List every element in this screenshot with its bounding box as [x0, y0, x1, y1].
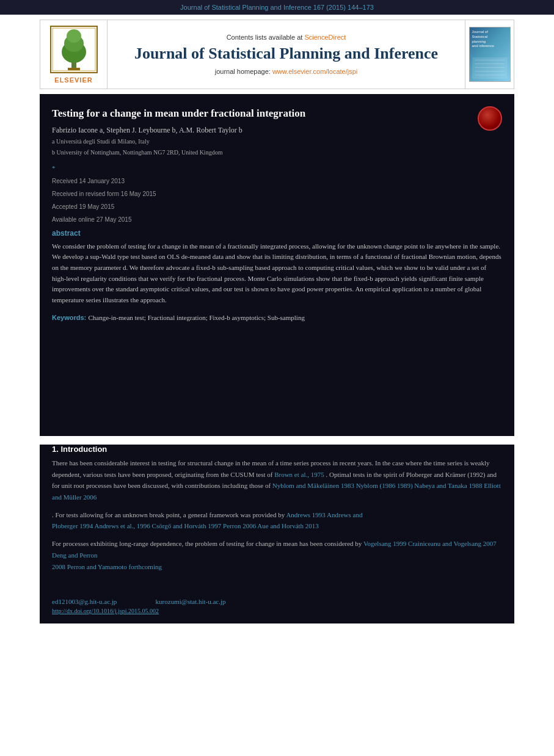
- ref-ploberger: Ploberger 1994: [52, 522, 93, 529]
- keywords-heading: Keywords:: [52, 314, 86, 321]
- ref-crainiceanu: Crainiceanu and Vogelsang 2007: [408, 540, 497, 547]
- ref-aue: Aue and Horváth 2013: [257, 522, 319, 529]
- ref-andrews: Andrews 1993: [286, 511, 325, 518]
- ref-vogelsang: Vogelsang 1999: [363, 540, 406, 547]
- footer-block: ed121003@g.hit-u.ac.jp kurozumi@stat.hit…: [40, 591, 514, 623]
- email-1[interactable]: ed121003@g.hit-u.ac.jp: [52, 598, 117, 605]
- homepage-line: journal homepage: www.elsevier.com/locat…: [215, 68, 358, 75]
- section1-heading: 1. Introduction: [52, 445, 502, 454]
- intro-paragraph-2: . For tests allowing for an unknown brea…: [52, 509, 502, 532]
- date-received: Received 14 January 2013: [52, 178, 502, 184]
- intro-paragraph-1: There has been considerable interest in …: [52, 457, 502, 503]
- citation-text: Journal of Statistical Planning and Infe…: [180, 4, 374, 11]
- svg-rect-7: [472, 57, 508, 79]
- science-direct-link[interactable]: ScienceDirect: [304, 34, 346, 41]
- elsevier-tree-icon: [49, 25, 98, 74]
- cover-image: Journal ofStatisticalplanningand inferen…: [469, 27, 511, 82]
- ref-nyblom2: Nyblom (1986 1989): [356, 482, 413, 489]
- star-mark: *: [52, 164, 56, 172]
- open-access-badge: [478, 106, 502, 131]
- affiliation-b: b University of Nottingham, Nottingham N…: [52, 148, 502, 157]
- affiliation-a: a Università degli Studi di Milano, Ital…: [52, 137, 502, 146]
- journal-cover-thumbnail: Journal ofStatisticalplanningand inferen…: [465, 20, 514, 89]
- contents-line: Contents lists available at ScienceDirec…: [227, 34, 346, 41]
- elsevier-logo-block: ELSEVIER: [40, 20, 108, 89]
- article-main-title: Testing for a change in mean under fract…: [52, 106, 434, 121]
- ref-deng: Deng and Perron: [52, 551, 98, 559]
- journal-center-block: Contents lists available at ScienceDirec…: [108, 20, 465, 89]
- journal-header: ELSEVIER Contents lists available at Sci…: [40, 20, 514, 89]
- svg-rect-4: [68, 68, 80, 70]
- doi-link[interactable]: http://dx.doi.org/10.1016/j.jspi.2015.05…: [52, 608, 502, 614]
- date-accepted: Accepted 19 May 2015: [52, 203, 502, 210]
- elsevier-label: ELSEVIER: [54, 76, 92, 84]
- date-available: Available online 27 May 2015: [52, 216, 502, 223]
- date-revised: Received in revised form 16 May 2015: [52, 191, 502, 197]
- intro-paragraph-3: For processes exhibiting long-range depe…: [52, 538, 502, 572]
- ref-andrewsetal: Andrews et al., 1996: [94, 522, 150, 529]
- ref-brown: Brown et al., 1975: [274, 471, 324, 478]
- keywords-text: Change-in-mean test; Fractional integrat…: [89, 314, 305, 321]
- top-citation-bar: Journal of Statistical Planning and Infe…: [0, 0, 554, 15]
- ref-andrewsand: Andrews and: [327, 511, 362, 518]
- journal-title: Journal of Statistical Planning and Infe…: [134, 45, 438, 63]
- article-authors: Fabrizio Iacone a, Stephen J. Leybourne …: [52, 126, 502, 135]
- ref-nyblom: Nyblom and Mäkeläinen 1983: [272, 482, 354, 489]
- body-text-block: 1. Introduction There has been considera…: [40, 445, 514, 591]
- email-2[interactable]: kurozumi@stat.hit-u.ac.jp: [156, 598, 226, 605]
- ref-perron-yam: Perron and Yamamoto forthcoming: [67, 563, 162, 570]
- cover-chart-icon: [471, 57, 509, 79]
- abstract-text: We consider the problem of testing for a…: [52, 241, 502, 306]
- ref-deng-year: 2008: [52, 563, 65, 570]
- ref-csorgo: Csörgő and Horváth 1997: [152, 522, 222, 529]
- star-footnote: *: [52, 164, 502, 172]
- ref-nabeya: Nabeya and Tanaka 1988: [414, 482, 482, 489]
- ref-perron: Perron 2006: [223, 522, 256, 529]
- abstract-heading: abstract: [52, 229, 502, 238]
- article-title-block: Testing for a change in mean under fract…: [40, 94, 514, 436]
- homepage-link[interactable]: www.elsevier.com/locate/jspi: [272, 68, 357, 75]
- svg-point-3: [67, 29, 81, 43]
